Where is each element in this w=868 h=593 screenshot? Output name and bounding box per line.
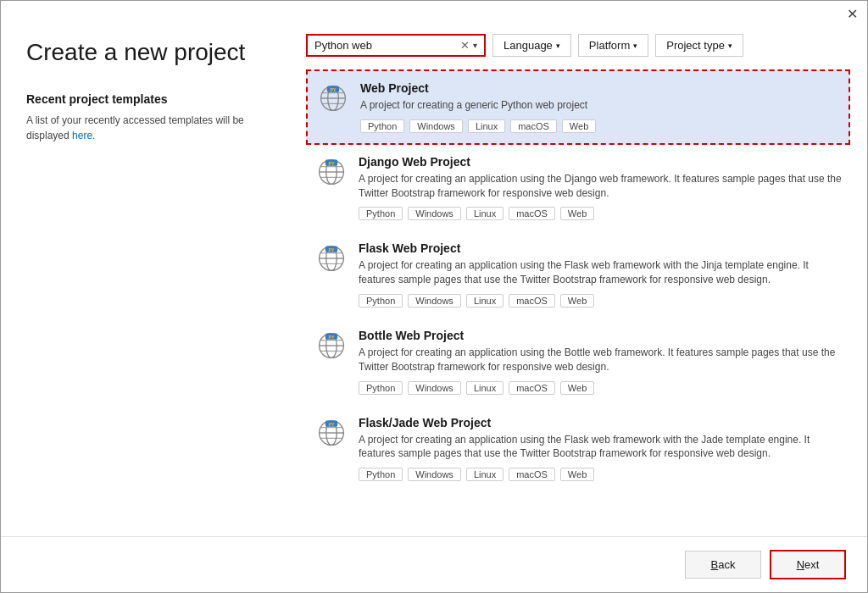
project-icon: PY <box>314 155 348 189</box>
tag: Linux <box>468 119 505 133</box>
tag: macOS <box>509 294 555 308</box>
next-label: ext <box>804 558 819 571</box>
footer: Back Next <box>1 536 867 592</box>
project-tags: PythonWindowsLinuxmacOSWeb <box>359 381 842 395</box>
project-name: Bottle Web Project <box>359 329 842 342</box>
back-button[interactable]: Back <box>685 551 761 579</box>
next-button[interactable]: Next <box>770 550 846 579</box>
tag: Python <box>360 119 404 133</box>
recent-templates-heading: Recent project templates <box>26 92 264 106</box>
project-info: Django Web ProjectA project for creating… <box>359 155 842 221</box>
project-name: Flask Web Project <box>359 241 842 255</box>
tag: Windows <box>408 207 461 220</box>
project-type-label: Project type <box>666 39 725 52</box>
svg-text:PY: PY <box>328 247 335 252</box>
platform-label: Platform <box>589 39 630 52</box>
recent-templates-desc: A list of your recently accessed templat… <box>26 113 264 143</box>
here-link[interactable]: here <box>72 130 92 141</box>
title-bar: ✕ <box>1 1 867 21</box>
project-icon: PY <box>314 329 348 363</box>
search-dropdown-icon[interactable]: ▾ <box>473 41 477 50</box>
tag: Python <box>359 468 403 481</box>
project-info: Flask Web ProjectA project for creating … <box>359 241 842 308</box>
tag: Python <box>359 294 403 308</box>
svg-text:PY: PY <box>330 87 337 92</box>
close-button[interactable]: ✕ <box>845 8 859 21</box>
language-label: Language <box>504 39 553 52</box>
tag: macOS <box>509 381 555 395</box>
search-input[interactable] <box>314 39 457 52</box>
tag: macOS <box>509 207 555 220</box>
project-desc: A project for creating an application us… <box>359 433 842 462</box>
project-icon: PY <box>316 81 350 115</box>
tag: Web <box>560 207 594 220</box>
project-desc: A project for creating a generic Python … <box>360 98 840 113</box>
tag: Windows <box>408 468 461 481</box>
project-item[interactable]: PY Flask/Jade Web ProjectA project for c… <box>306 406 850 493</box>
platform-filter-button[interactable]: Platform ▾ <box>578 34 648 57</box>
project-icon: PY <box>314 416 348 450</box>
language-filter-button[interactable]: Language ▾ <box>492 34 571 57</box>
svg-text:PY: PY <box>328 421 335 426</box>
main-content: Create a new project Recent project temp… <box>1 21 867 536</box>
project-name: Flask/Jade Web Project <box>359 416 842 430</box>
page-title: Create a new project <box>26 38 264 67</box>
project-tags: PythonWindowsLinuxmacOSWeb <box>359 468 842 481</box>
project-name: Web Project <box>360 81 840 95</box>
language-dropdown-icon: ▾ <box>556 42 560 50</box>
project-item[interactable]: PY Django Web ProjectA project for creat… <box>306 145 850 232</box>
project-item[interactable]: PY Bottle Web ProjectA project for creat… <box>306 319 850 406</box>
tag: Windows <box>408 294 461 308</box>
left-panel: Create a new project Recent project temp… <box>1 21 289 536</box>
project-desc: A project for creating an application us… <box>359 346 842 374</box>
tag: Python <box>359 207 403 220</box>
tag: Linux <box>466 207 504 220</box>
project-item[interactable]: PY Web ProjectA project for creating a g… <box>306 69 850 145</box>
project-type-filter-button[interactable]: Project type ▾ <box>655 34 743 57</box>
tag: Windows <box>408 381 461 395</box>
tag: Linux <box>466 381 504 395</box>
svg-text:PY: PY <box>328 161 335 166</box>
tag: Windows <box>409 119 463 133</box>
tag: macOS <box>509 468 555 481</box>
search-box[interactable]: ✕ ▾ <box>306 34 486 57</box>
svg-text:PY: PY <box>328 335 335 340</box>
project-desc: A project for creating an application us… <box>359 258 842 287</box>
project-info: Web ProjectA project for creating a gene… <box>360 81 840 133</box>
search-clear-button[interactable]: ✕ <box>460 39 470 52</box>
project-tags: PythonWindowsLinuxmacOSWeb <box>360 119 840 133</box>
project-list: PY Web ProjectA project for creating a g… <box>289 69 867 536</box>
project-item[interactable]: PY Flask Web ProjectA project for creati… <box>306 231 850 319</box>
project-type-dropdown-icon: ▾ <box>728 42 732 50</box>
project-info: Flask/Jade Web ProjectA project for crea… <box>359 416 842 482</box>
tag: Web <box>560 468 594 481</box>
platform-dropdown-icon: ▾ <box>633 42 637 50</box>
main-window: ✕ Create a new project Recent project te… <box>0 0 868 593</box>
tag: Web <box>562 119 596 133</box>
project-icon: PY <box>314 241 348 275</box>
project-info: Bottle Web ProjectA project for creating… <box>359 329 842 395</box>
tag: macOS <box>510 119 557 133</box>
right-panel: ✕ ▾ Language ▾ Platform ▾ Project type ▾ <box>289 21 867 536</box>
tag: Web <box>560 381 594 395</box>
tag: Linux <box>466 294 504 308</box>
tag: Web <box>560 294 594 308</box>
tag: Linux <box>466 468 504 481</box>
filter-bar: ✕ ▾ Language ▾ Platform ▾ Project type ▾ <box>289 34 867 69</box>
project-tags: PythonWindowsLinuxmacOSWeb <box>359 294 842 308</box>
back-label: ack <box>718 558 735 571</box>
recent-section: Recent project templates A list of your … <box>26 92 264 143</box>
project-desc: A project for creating an application us… <box>359 172 842 201</box>
project-name: Django Web Project <box>359 155 842 169</box>
tag: Python <box>359 381 403 395</box>
project-tags: PythonWindowsLinuxmacOSWeb <box>359 207 842 220</box>
